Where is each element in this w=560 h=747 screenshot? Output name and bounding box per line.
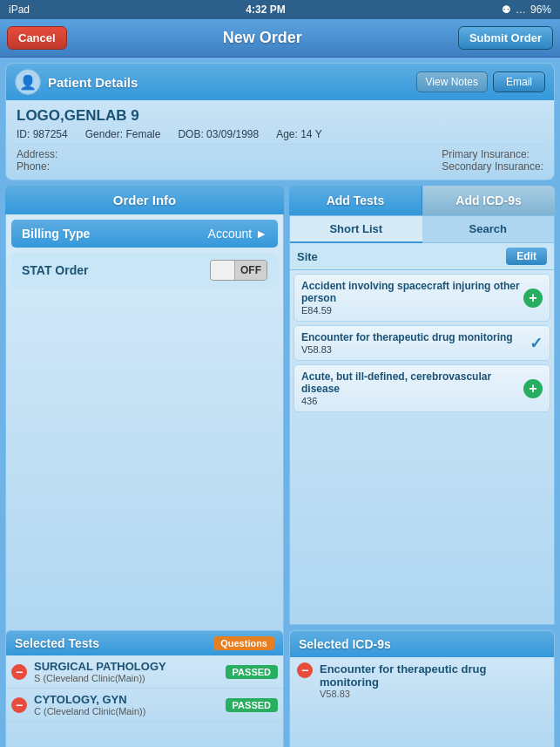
status-bar: iPad 4:32 PM ⚉ … 96% xyxy=(0,0,560,19)
remove-test-1-button[interactable]: − xyxy=(11,697,27,713)
stat-toggle[interactable]: OFF xyxy=(210,260,267,281)
icd-item-1: Encounter for therapeutic drug monitorin… xyxy=(293,325,550,361)
selected-icd-panel: Selected ICD-9s − Encounter for therapeu… xyxy=(289,630,555,747)
toggle-off-label: OFF xyxy=(235,261,267,280)
toggle-knob xyxy=(211,261,235,280)
patient-header-title: Patient Details xyxy=(48,75,138,90)
icd-add-button-0[interactable]: + xyxy=(523,289,543,308)
selected-icd-header: Selected ICD-9s xyxy=(290,631,554,657)
status-right: ⚉ … 96% xyxy=(502,3,551,16)
patient-header-left: 👤 Patient Details xyxy=(15,69,138,95)
order-info-col: Order Info Billing Type Account ► STAT O… xyxy=(5,186,284,625)
icd-item-text-0: Encounter for therapeutic drug monitorin… xyxy=(320,662,547,699)
secondary-ins-label: Secondary Insurance: xyxy=(442,160,543,173)
test-info-0: SURGICAL PATHOLOGY S (Cleveland Clinic(M… xyxy=(34,660,219,683)
billing-value: Account ► xyxy=(208,227,267,241)
tab-search[interactable]: Search xyxy=(422,216,555,243)
wifi-icon: … xyxy=(516,3,526,16)
view-notes-button[interactable]: View Notes xyxy=(416,71,488,92)
selected-test-item-1: − CYTOLOGY, GYN C (Cleveland Clinic(Main… xyxy=(6,689,283,722)
test-name-0: SURGICAL PATHOLOGY xyxy=(34,660,219,673)
test-detail-1: C (Cleveland Clinic(Main)) xyxy=(34,706,219,716)
shortlist-search-row: Short List Search xyxy=(290,216,554,243)
selected-tests-title: Selected Tests xyxy=(15,636,99,650)
patient-header-buttons: View Notes Email xyxy=(416,71,546,92)
main-tab-row: Add Tests Add ICD-9s xyxy=(289,186,555,215)
nav-bar: Cancel New Order Submit Order xyxy=(0,19,560,58)
passed-badge-0: PASSED xyxy=(226,665,278,679)
icd-sel-code-0: V58.83 xyxy=(320,689,547,699)
icd-code-2: 436 xyxy=(301,396,523,406)
patient-header: 👤 Patient Details View Notes Email xyxy=(6,64,554,100)
bottom-section: Selected Tests Questions − SURGICAL PATH… xyxy=(5,630,555,747)
icd-code-0: E84.59 xyxy=(301,305,523,316)
icd-sel-name-0: Encounter for therapeutic drug monitorin… xyxy=(320,662,547,689)
phone-label: Phone: xyxy=(17,160,50,173)
selected-icd-title: Selected ICD-9s xyxy=(299,637,391,651)
icd-name-1: Encounter for therapeutic drug monitorin… xyxy=(301,331,530,343)
tab-add-icd9s[interactable]: Add ICD-9s xyxy=(422,186,555,215)
selected-test-item-0: − SURGICAL PATHOLOGY S (Cleveland Clinic… xyxy=(6,655,283,689)
page-title: New Order xyxy=(223,29,302,47)
cancel-button[interactable]: Cancel xyxy=(7,26,67,50)
patient-id: ID: 987254 xyxy=(17,128,68,140)
billing-type-row[interactable]: Billing Type Account ► xyxy=(11,220,278,248)
stat-order-row: STAT Order OFF xyxy=(11,253,278,288)
patient-body: LOGO,GENLAB 9 ID: 987254 Gender: Female … xyxy=(6,100,554,180)
remove-test-0-button[interactable]: − xyxy=(11,664,27,680)
icd-content: Short List Search Site Edit Accident inv… xyxy=(289,215,555,625)
status-time: 4:32 PM xyxy=(246,3,285,16)
email-button[interactable]: Email xyxy=(493,71,545,92)
patient-dob: DOB: 03/09/1998 xyxy=(178,128,259,140)
submit-order-button[interactable]: Submit Order xyxy=(458,26,553,50)
two-col-area: Order Info Billing Type Account ► STAT O… xyxy=(5,186,555,625)
add-tests-col: Add Tests Add ICD-9s Short List Search S… xyxy=(289,186,555,625)
battery-status: 96% xyxy=(530,3,551,16)
order-info-header: Order Info xyxy=(5,186,284,214)
test-info-1: CYTOLOGY, GYN C (Cleveland Clinic(Main)) xyxy=(34,693,219,716)
selected-tests-panel: Selected Tests Questions − SURGICAL PATH… xyxy=(5,630,284,747)
avatar: 👤 xyxy=(15,69,41,95)
site-label: Site xyxy=(297,250,318,263)
order-info-body: Billing Type Account ► STAT Order OFF xyxy=(5,214,284,654)
address-label: Address: xyxy=(17,148,57,160)
patient-address-col: Address: Phone: xyxy=(17,148,57,173)
chevron-right-icon: ► xyxy=(255,227,267,241)
status-left: iPad xyxy=(9,3,30,16)
tab-short-list[interactable]: Short List xyxy=(290,216,422,243)
test-detail-0: S (Cleveland Clinic(Main)) xyxy=(34,673,219,683)
edit-site-button[interactable]: Edit xyxy=(506,248,547,265)
main-content: 👤 Patient Details View Notes Email LOGO,… xyxy=(0,58,560,747)
patient-info-row: ID: 987254 Gender: Female DOB: 03/09/199… xyxy=(17,128,543,140)
icd-add-button-2[interactable]: + xyxy=(523,379,543,398)
icd-item-content-2: Acute, but ill-defined, cerebrovascular … xyxy=(301,370,523,406)
remove-icd-0-button[interactable]: − xyxy=(297,662,313,678)
questions-badge[interactable]: Questions xyxy=(213,636,274,650)
icd-item-content-1: Encounter for therapeutic drug monitorin… xyxy=(301,331,530,355)
selected-icd-item-0: − Encounter for therapeutic drug monitor… xyxy=(290,657,554,704)
primary-ins-label: Primary Insurance: xyxy=(442,148,530,160)
patient-section: 👤 Patient Details View Notes Email LOGO,… xyxy=(5,63,555,180)
insurance-col: Primary Insurance: Secondary Insurance: xyxy=(442,148,543,173)
patient-gender: Gender: Female xyxy=(85,128,161,140)
patient-address-row: Address: Phone: Primary Insurance: Secon… xyxy=(17,148,543,173)
passed-badge-1: PASSED xyxy=(226,698,278,712)
selected-tests-header: Selected Tests Questions xyxy=(6,631,283,655)
patient-name: LOGO,GENLAB 9 xyxy=(17,107,543,125)
site-row: Site Edit xyxy=(290,243,554,270)
test-name-1: CYTOLOGY, GYN xyxy=(34,693,219,706)
tab-add-tests[interactable]: Add Tests xyxy=(289,186,422,215)
billing-label: Billing Type xyxy=(22,227,90,241)
icd-item-2: Acute, but ill-defined, cerebrovascular … xyxy=(293,364,550,412)
icd-name-0: Accident involving spacecraft injuring o… xyxy=(301,280,523,304)
stat-label: STAT Order xyxy=(22,263,89,277)
icd-selected-check-1[interactable]: ✓ xyxy=(530,334,543,353)
patient-age: Age: 14 Y xyxy=(276,128,322,140)
icd-item-0: Accident involving spacecraft injuring o… xyxy=(293,274,550,322)
icd-item-content-0: Accident involving spacecraft injuring o… xyxy=(301,280,523,316)
icd-name-2: Acute, but ill-defined, cerebrovascular … xyxy=(301,370,523,395)
icd-code-1: V58.83 xyxy=(301,344,530,355)
bluetooth-icon: ⚉ xyxy=(502,3,511,16)
icd-list: Accident involving spacecraft injuring o… xyxy=(290,270,554,419)
